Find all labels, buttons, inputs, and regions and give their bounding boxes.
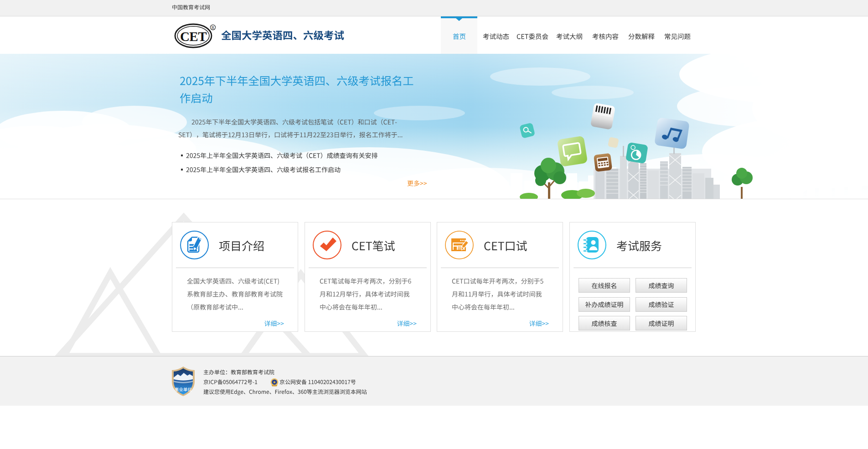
svg-text:R: R xyxy=(212,25,215,30)
svg-text:CET: CET xyxy=(180,29,207,44)
